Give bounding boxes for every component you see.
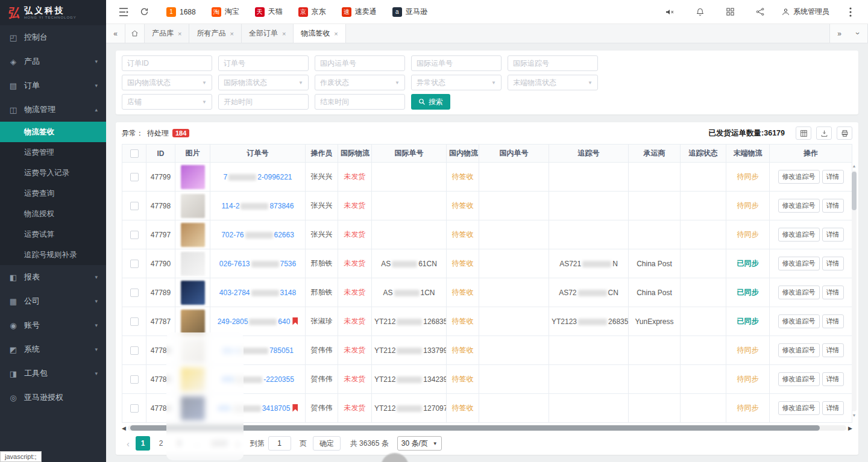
per-page-select[interactable]: 30 条/页▼ bbox=[397, 436, 442, 451]
platform-link-aliexpress[interactable]: 速速卖通 bbox=[342, 7, 377, 17]
order-number-link[interactable]: 408-2220355 bbox=[221, 375, 294, 384]
edit-tracking-button[interactable]: 修改追踪号 bbox=[778, 228, 820, 242]
search-button[interactable]: 搜索 bbox=[411, 94, 450, 110]
detail-button[interactable]: 详情 bbox=[822, 228, 844, 242]
sidebar-item-toolkit[interactable]: ◨ 工具包 ▾ bbox=[0, 361, 106, 386]
edit-tracking-button[interactable]: 修改追踪号 bbox=[778, 343, 820, 357]
refresh-icon[interactable] bbox=[135, 4, 153, 20]
platform-link-taobao[interactable]: 淘淘宝 bbox=[212, 7, 239, 17]
page-button-1[interactable]: 1 bbox=[136, 436, 150, 451]
order-number-link[interactable]: 403-27843148 bbox=[219, 289, 296, 297]
page-button-3[interactable]: 3 bbox=[172, 436, 186, 451]
row-checkbox[interactable] bbox=[130, 202, 139, 210]
close-icon[interactable]: × bbox=[230, 30, 233, 37]
end-time-input[interactable] bbox=[315, 94, 405, 110]
close-icon[interactable]: × bbox=[334, 30, 338, 37]
print-icon[interactable] bbox=[837, 126, 852, 140]
product-image[interactable] bbox=[181, 165, 205, 189]
detail-button[interactable]: 详情 bbox=[822, 343, 844, 357]
sidebar-item-console[interactable]: ◰ 控制台 bbox=[0, 25, 106, 49]
domestic-logistics-status-select[interactable]: 国内物流状态▼ bbox=[122, 75, 212, 90]
apps-grid-icon[interactable] bbox=[721, 4, 739, 20]
detail-button[interactable]: 详情 bbox=[822, 401, 844, 415]
row-checkbox[interactable] bbox=[130, 375, 139, 384]
prev-page-button[interactable]: ‹ bbox=[124, 439, 132, 449]
page-button-2[interactable]: 2 bbox=[154, 436, 168, 451]
tab-logistics-signoff[interactable]: 物流签收× bbox=[294, 24, 345, 43]
sidebar-subitem-freight-trial[interactable]: 运费试算 bbox=[0, 224, 106, 245]
sidebar-item-system[interactable]: ◩ 系统 ▾ bbox=[0, 337, 106, 361]
edit-tracking-button[interactable]: 修改追踪号 bbox=[778, 314, 820, 328]
scroll-down-icon[interactable]: ▼ bbox=[852, 413, 857, 419]
sidebar-item-amazon-auth[interactable]: ◎ 亚马逊授权 bbox=[0, 386, 106, 410]
end-logistics-status-select[interactable]: 末端物流状态▼ bbox=[508, 75, 598, 90]
hscroll-thumb[interactable] bbox=[130, 425, 820, 431]
scroll-up-icon[interactable]: ▲ bbox=[852, 163, 857, 169]
product-image[interactable] bbox=[181, 281, 205, 305]
tabs-scroll-left-button[interactable]: « bbox=[106, 24, 125, 43]
more-options-icon[interactable] bbox=[841, 4, 860, 20]
sidebar-item-company[interactable]: ▦ 公司 ▾ bbox=[0, 289, 106, 313]
sidebar-subitem-freight-import[interactable]: 运费导入记录 bbox=[0, 163, 106, 183]
confirm-button[interactable]: 确定 bbox=[313, 436, 341, 451]
start-time-input[interactable] bbox=[218, 94, 309, 110]
order-number-link[interactable]: 026-76137536 bbox=[219, 260, 296, 268]
row-checkbox[interactable] bbox=[130, 317, 139, 326]
sidebar-subitem-freight-query[interactable]: 运费查询 bbox=[0, 183, 106, 204]
edit-tracking-button[interactable]: 修改追踪号 bbox=[778, 199, 820, 213]
product-image[interactable] bbox=[181, 339, 205, 363]
order-id-input[interactable] bbox=[122, 55, 212, 71]
sidebar-subitem-tracking-rule[interactable]: 追踪号规则补录 bbox=[0, 245, 106, 265]
pending-count-badge[interactable]: 184 bbox=[172, 129, 189, 137]
product-image[interactable] bbox=[181, 194, 205, 218]
order-number-link[interactable]: 408-3418705 bbox=[218, 404, 291, 413]
order-number-link[interactable]: 114-2873846 bbox=[222, 202, 294, 210]
platform-link-jd[interactable]: 京京东 bbox=[298, 7, 326, 17]
exception-status-select[interactable]: 异常状态▼ bbox=[411, 75, 502, 90]
tab-all-orders[interactable]: 全部订单× bbox=[242, 24, 294, 43]
collapse-sidebar-icon[interactable] bbox=[115, 4, 133, 20]
domestic-waybill-input[interactable] bbox=[315, 55, 405, 71]
order-no-input[interactable] bbox=[218, 55, 309, 71]
edit-tracking-button[interactable]: 修改追踪号 bbox=[778, 257, 820, 270]
row-checkbox[interactable] bbox=[130, 173, 139, 181]
home-tab[interactable] bbox=[125, 24, 145, 43]
edit-tracking-button[interactable]: 修改追踪号 bbox=[778, 286, 820, 299]
edit-tracking-button[interactable]: 修改追踪号 bbox=[778, 372, 820, 386]
edit-tracking-button[interactable]: 修改追踪号 bbox=[778, 170, 820, 184]
order-number-link[interactable]: 249-2805640 bbox=[218, 317, 291, 326]
tab-all-products[interactable]: 所有产品× bbox=[189, 24, 241, 43]
detail-button[interactable]: 详情 bbox=[822, 257, 844, 270]
hscroll-track[interactable] bbox=[128, 425, 846, 431]
detail-button[interactable]: 详情 bbox=[822, 372, 844, 386]
tab-product-library[interactable]: 产品库× bbox=[145, 24, 189, 43]
product-image[interactable] bbox=[181, 310, 205, 334]
row-checkbox[interactable] bbox=[130, 260, 139, 268]
product-image[interactable] bbox=[181, 367, 205, 392]
table-horizontal-scrollbar[interactable]: ◀ ▶ bbox=[122, 424, 852, 432]
detail-button[interactable]: 详情 bbox=[822, 170, 844, 184]
mute-speaker-icon[interactable] bbox=[661, 4, 679, 20]
next-page-button[interactable]: › bbox=[234, 439, 242, 449]
intl-tracking-input[interactable] bbox=[508, 55, 598, 71]
vscroll-track[interactable] bbox=[852, 170, 857, 411]
sidebar-item-accounts[interactable]: ◉ 账号 ▾ bbox=[0, 313, 106, 337]
platform-link-1688[interactable]: 11688 bbox=[166, 7, 196, 17]
export-icon[interactable] bbox=[816, 126, 832, 140]
close-icon[interactable]: × bbox=[178, 30, 181, 37]
product-image[interactable] bbox=[181, 223, 205, 247]
detail-button[interactable]: 详情 bbox=[822, 286, 844, 299]
sidebar-subitem-freight-manage[interactable]: 运费管理 bbox=[0, 142, 106, 163]
edit-tracking-button[interactable]: 修改追踪号 bbox=[778, 401, 820, 415]
bell-icon[interactable] bbox=[691, 4, 709, 20]
goto-page-input[interactable] bbox=[268, 436, 291, 451]
tabs-menu-button[interactable]: › bbox=[849, 24, 868, 43]
sidebar-item-reports[interactable]: ◧ 报表 ▾ bbox=[0, 265, 106, 289]
product-image[interactable] bbox=[181, 396, 205, 420]
columns-icon[interactable] bbox=[796, 126, 811, 140]
intl-logistics-status-select[interactable]: 国际物流状态▼ bbox=[218, 75, 309, 90]
page-button-last[interactable]: 1213 bbox=[208, 436, 230, 451]
order-number-link[interactable]: 702-7662663 bbox=[221, 231, 294, 239]
tabs-scroll-right-button[interactable]: » bbox=[829, 24, 849, 43]
sidebar-item-products[interactable]: ◈ 产品 ▾ bbox=[0, 49, 106, 73]
